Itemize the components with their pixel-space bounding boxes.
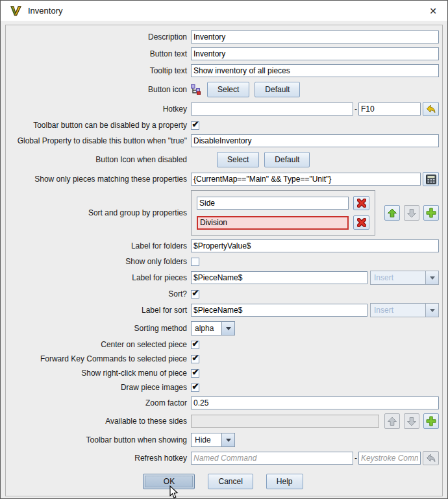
insert-combo-value: Insert xyxy=(370,271,426,285)
add-side-button[interactable] xyxy=(423,413,439,429)
disable-by-property-label: Toolbar button can be disabled by a prop… xyxy=(7,121,191,130)
row-center-on-piece: Center on selected piece ✔ xyxy=(7,339,439,350)
label-sort-input[interactable] xyxy=(191,304,367,317)
up-arrow-icon xyxy=(387,208,397,218)
button-icon-select-button[interactable]: Select xyxy=(207,82,249,97)
remove-item-button[interactable] xyxy=(353,196,369,210)
insert-combo-value: Insert xyxy=(370,303,426,317)
sort-question-label: Sort? xyxy=(7,289,191,298)
label-folders-label: Label for folders xyxy=(7,241,191,250)
button-text-input[interactable] xyxy=(191,47,439,60)
dialog-button-bar: OK Cancel Help xyxy=(7,470,439,494)
sort-property-input-invalid[interactable] xyxy=(197,216,349,230)
row-draw-piece-images: Draw piece images ✔ xyxy=(7,382,439,393)
sorting-method-value: alpha xyxy=(191,321,222,335)
cancel-button[interactable]: Cancel xyxy=(208,474,253,489)
button-icon-label: Button icon xyxy=(7,85,191,94)
disabled-icon-select-button[interactable]: Select xyxy=(217,152,259,167)
row-disable-by-property: Toolbar button can be disabled by a prop… xyxy=(7,120,439,130)
expression-builder-button[interactable] xyxy=(423,172,439,186)
row-label-folders: Label for folders xyxy=(7,239,439,252)
sort-property-input[interactable] xyxy=(197,197,349,210)
button-icon-default-button[interactable]: Default xyxy=(255,82,300,97)
refresh-hotkey-keystroke-input[interactable] xyxy=(358,452,421,465)
label-folders-input[interactable] xyxy=(191,239,439,252)
right-click-menu-checkbox[interactable]: ✔ xyxy=(191,369,199,378)
insert-property-combo[interactable]: Insert xyxy=(370,303,439,317)
hotkey-undo-button[interactable] xyxy=(423,102,439,116)
vassal-logo-icon xyxy=(10,5,22,16)
inventory-dialog: Inventory ✕ Description Button text Tool… xyxy=(0,0,448,499)
sorting-method-label: Sorting method xyxy=(7,324,191,333)
label-sort-label: Label for sort xyxy=(7,306,191,315)
show-only-folders-checkbox[interactable] xyxy=(191,258,199,266)
forward-keys-label: Forward Key Commands to selected piece xyxy=(7,354,191,363)
refresh-hotkey-separator: - xyxy=(355,454,357,463)
label-pieces-input[interactable] xyxy=(191,271,367,284)
row-sort-question: Sort? ✔ xyxy=(7,289,439,299)
tooltip-text-input[interactable] xyxy=(191,64,439,77)
description-input[interactable] xyxy=(191,30,439,43)
sort-checkbox[interactable]: ✔ xyxy=(191,290,199,298)
show-only-folders-label: Show only folders xyxy=(7,257,191,266)
sorting-method-combo[interactable]: alpha xyxy=(191,321,235,335)
hotkey-keystroke-input[interactable] xyxy=(358,103,421,116)
down-arrow-icon xyxy=(406,417,417,426)
button-text-label: Button text xyxy=(7,49,191,58)
down-arrow-icon xyxy=(406,208,417,218)
tooltip-text-label: Tooltip text xyxy=(7,66,191,75)
list-item xyxy=(197,215,369,230)
calculator-icon xyxy=(426,175,436,184)
row-match-properties: Show only pieces matching these properti… xyxy=(7,172,439,186)
close-icon[interactable]: ✕ xyxy=(419,1,447,21)
move-up-button[interactable] xyxy=(384,413,400,429)
right-click-menu-label: Show right-click menu of piece xyxy=(7,369,191,378)
row-button-icon: Button icon Select Default xyxy=(7,81,439,98)
global-property-label: Global Property to disable this button w… xyxy=(7,136,191,145)
move-down-button[interactable] xyxy=(404,413,419,429)
help-button[interactable]: Help xyxy=(266,474,303,489)
zoom-factor-label: Zoom factor xyxy=(7,398,191,408)
row-zoom-factor: Zoom factor xyxy=(7,396,439,409)
dialog-content-panel: Description Button text Tooltip text But… xyxy=(5,25,443,496)
toolbar-showing-combo[interactable]: Hide xyxy=(191,433,235,447)
title-bar: Inventory ✕ xyxy=(1,1,447,21)
insert-property-combo[interactable]: Insert xyxy=(370,271,439,285)
row-toolbar-showing: Toolbar button when showing Hide xyxy=(7,433,439,447)
hotkey-named-input[interactable] xyxy=(191,103,353,116)
chevron-down-icon xyxy=(426,303,439,317)
delete-x-icon xyxy=(357,199,366,208)
remove-item-button[interactable] xyxy=(353,215,369,230)
match-properties-input[interactable] xyxy=(191,173,421,186)
sort-group-list xyxy=(191,190,375,236)
chevron-down-icon xyxy=(222,433,235,447)
disabled-icon-default-button[interactable]: Default xyxy=(264,152,310,167)
tree-icon xyxy=(191,84,201,95)
up-arrow-icon xyxy=(387,417,397,426)
center-on-piece-checkbox[interactable]: ✔ xyxy=(191,341,199,349)
row-label-sort: Label for sort Insert xyxy=(7,303,439,317)
row-description: Description xyxy=(7,30,439,43)
row-label-pieces: Label for pieces Insert xyxy=(7,271,439,285)
move-down-button[interactable] xyxy=(404,205,419,221)
ok-button[interactable]: OK xyxy=(143,474,195,489)
chevron-down-icon xyxy=(426,271,439,285)
refresh-hotkey-label: Refresh hotkey xyxy=(7,454,191,463)
zoom-factor-input[interactable] xyxy=(191,396,439,409)
move-up-button[interactable] xyxy=(384,205,400,221)
undo-icon xyxy=(426,454,436,463)
available-sides-input xyxy=(191,415,379,428)
refresh-hotkey-undo-button[interactable] xyxy=(423,451,439,465)
disable-by-property-checkbox[interactable]: ✔ xyxy=(191,121,199,130)
disabled-icon-label: Button Icon when disabled xyxy=(7,155,191,164)
draw-piece-images-checkbox[interactable]: ✔ xyxy=(191,383,199,392)
refresh-hotkey-named-input[interactable] xyxy=(191,452,353,465)
row-show-only-folders: Show only folders xyxy=(7,256,439,267)
row-forward-keys: Forward Key Commands to selected piece ✔ xyxy=(7,354,439,364)
forward-keys-checkbox[interactable]: ✔ xyxy=(191,355,199,363)
global-property-input[interactable] xyxy=(191,134,439,147)
row-right-click-menu: Show right-click menu of piece ✔ xyxy=(7,368,439,378)
add-item-button[interactable] xyxy=(423,205,439,221)
plus-icon xyxy=(426,416,436,426)
description-label: Description xyxy=(7,32,191,42)
